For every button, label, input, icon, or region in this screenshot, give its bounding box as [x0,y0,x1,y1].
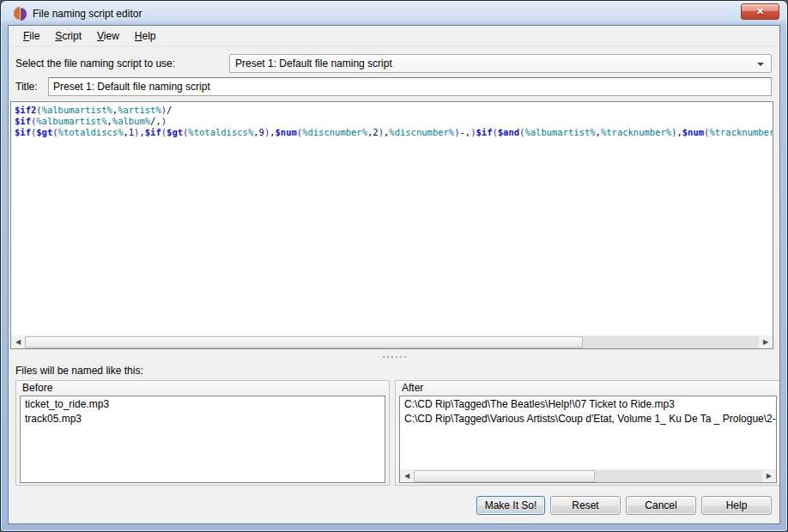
title-row: Title: [9,77,779,96]
before-panel: Before ticket_to_ride.mp3 track05.mp3 [15,380,390,486]
editor-scrollbar-track[interactable] [25,336,759,348]
dialog-buttons: Make It So! Reset Cancel Help [9,496,779,515]
after-scrollbar-track[interactable] [414,470,762,482]
menu-item-help[interactable]: Help [127,26,164,45]
chevron-down-icon [757,63,764,66]
menu-item-file[interactable]: File [15,26,47,45]
make-it-so-button[interactable]: Make It So! [476,496,545,515]
editor-horizontal-scrollbar[interactable]: ◀ ▶ [11,336,773,348]
script-editor[interactable]: $if2(%albumartist%,%artist%)/$if(%albuma… [10,101,773,349]
title-label: Title: [15,81,41,93]
preset-dropdown[interactable]: Preset 1: Default file naming script [229,54,772,73]
screenshot: File naming script editor ✕ File Script … [0,0,788,532]
close-button[interactable]: ✕ [741,3,779,20]
menubar: File Script View Help [9,26,779,46]
after-scrollbar-thumb[interactable] [414,470,595,482]
icon-left-half [14,6,20,20]
reset-button[interactable]: Reset [550,496,621,515]
scrollbar-right-arrow-icon[interactable]: ▶ [759,336,773,348]
titlebar[interactable]: File naming script editor [3,2,785,25]
script-editor-code[interactable]: $if2(%albumartist%,%artist%)/$if(%albuma… [11,102,773,336]
before-header: Before [16,381,389,395]
title-input[interactable] [48,77,772,96]
preset-dropdown-value: Preset 1: Default file naming script [235,57,392,70]
menu-item-script[interactable]: Script [47,26,89,45]
list-item[interactable]: ticket_to_ride.mp3 [21,397,385,412]
before-list-items: ticket_to_ride.mp3 track05.mp3 [21,396,385,482]
editor-scrollbar-thumb[interactable] [25,336,583,348]
cancel-button[interactable]: Cancel [626,496,696,515]
splitter-handle[interactable] [9,351,779,363]
after-list[interactable]: C:\CD Rip\Tagged\The Beatles\Help!\07 Ti… [399,396,777,483]
after-panel: After C:\CD Rip\Tagged\The Beatles\Help!… [395,380,780,486]
script-line: $if(%albumartist%,%album%/,) [15,116,769,127]
preset-label: Select the file naming script to use: [15,57,229,70]
icon-right-half [21,7,27,21]
list-item[interactable]: C:\CD Rip\Tagged\The Beatles\Help!\07 Ti… [400,397,776,412]
scrollbar-right-arrow-icon[interactable]: ▶ [762,470,776,482]
script-line: $if2(%albumartist%,%artist%)/ [15,105,769,116]
preset-row: Select the file naming script to use: Pr… [9,54,779,73]
scrollbar-left-arrow-icon[interactable]: ◀ [400,470,414,482]
scrollbar-left-arrow-icon[interactable]: ◀ [11,336,25,348]
close-icon: ✕ [756,7,764,16]
menu-item-view[interactable]: View [89,26,127,45]
after-header: After [396,381,780,395]
after-horizontal-scrollbar[interactable]: ◀ ▶ [400,469,776,482]
script-line: $if($gt(%totaldiscs%,1),$if($gt(%totaldi… [15,127,769,138]
list-item[interactable]: C:\CD Rip\Tagged\Various Artists\Coup d'… [400,412,776,426]
help-button[interactable]: Help [701,496,772,515]
after-list-items: C:\CD Rip\Tagged\The Beatles\Help!\07 Ti… [400,396,776,469]
picard-app-icon [13,7,27,21]
window-title: File naming script editor [33,8,142,20]
list-item[interactable]: track05.mp3 [21,412,385,426]
dialog-client-area: File Script View Help Select the file na… [8,25,780,524]
before-list[interactable]: ticket_to_ride.mp3 track05.mp3 [20,396,385,483]
window-frame: File naming script editor ✕ File Script … [0,0,788,532]
examples-label: Files will be named like this: [9,363,779,380]
examples-panels: Before ticket_to_ride.mp3 track05.mp3 Af… [15,380,772,486]
